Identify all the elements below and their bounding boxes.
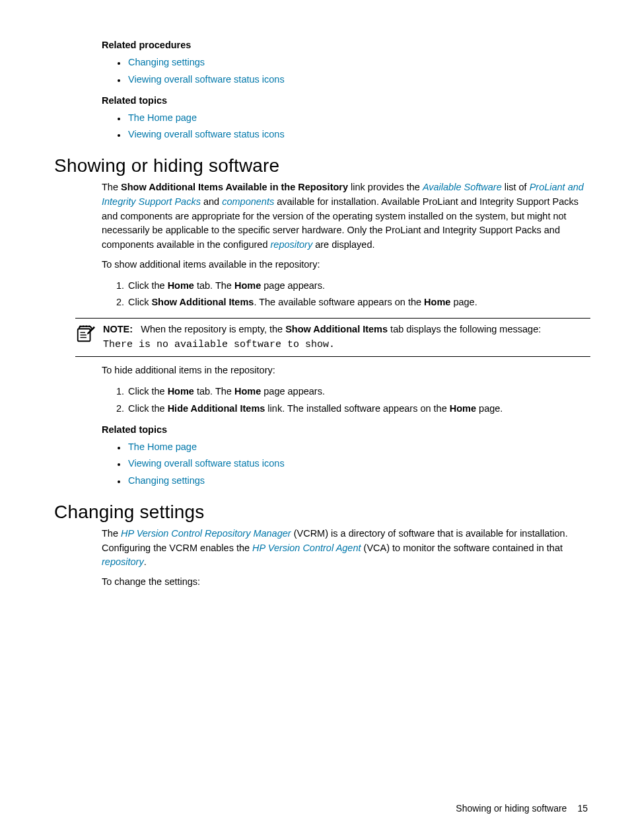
related-topics-heading: Related topics: [102, 95, 590, 106]
link-viewing-status-icons[interactable]: Viewing overall software status icons: [128, 129, 285, 139]
section1-para1: The Show Additional Items Available in t…: [102, 180, 590, 252]
step-item: Click the Hide Additional Items link. Th…: [127, 401, 590, 418]
glossary-link-vca[interactable]: HP Version Control Agent: [252, 543, 361, 553]
link-viewing-status-icons[interactable]: Viewing overall software status icons: [128, 458, 285, 469]
list-item: The Home page: [127, 439, 590, 456]
link-home-page[interactable]: The Home page: [128, 441, 197, 452]
text: and: [201, 196, 222, 207]
show-steps-list: Click the Home tab. The Home page appear…: [102, 278, 590, 312]
text: . The available software appears on the: [254, 297, 424, 307]
section-title-changing-settings: Changing settings: [54, 502, 590, 523]
note-label: NOTE:: [103, 324, 133, 334]
glossary-link-components[interactable]: components: [222, 196, 274, 207]
step-item: Click the Home tab. The Home page appear…: [127, 383, 590, 401]
svg-point-4: [88, 326, 90, 327]
link-home-page[interactable]: The Home page: [128, 112, 197, 123]
page-number: 15: [577, 803, 588, 814]
note-message: There is no available software to show.: [103, 339, 335, 350]
section1-para2: To show additional items available in th…: [102, 258, 590, 272]
text: Click: [128, 297, 151, 307]
text: page.: [450, 297, 477, 307]
page-footer: Showing or hiding software15: [456, 803, 588, 814]
related-procedures-heading: Related procedures: [102, 40, 590, 50]
text: .: [144, 556, 147, 567]
text-bold: Home: [168, 280, 194, 291]
related-topics-heading: Related topics: [102, 424, 590, 435]
section1-para3: To hide additional items in the reposito…: [102, 363, 590, 378]
text: (VCA) to monitor the software contained …: [361, 543, 563, 553]
text-bold: Home: [168, 386, 194, 397]
text: page.: [476, 403, 503, 414]
text: are displayed.: [312, 239, 374, 250]
glossary-link-repository[interactable]: repository: [271, 239, 313, 250]
related-procedures-list: Changing settings Viewing overall softwa…: [102, 54, 590, 89]
hide-steps-list: Click the Home tab. The Home page appear…: [102, 383, 590, 418]
link-changing-settings[interactable]: Changing settings: [128, 475, 205, 486]
list-item: Viewing overall software status icons: [127, 71, 590, 89]
glossary-link-available-software[interactable]: Available Software: [423, 182, 502, 192]
text: link provides the: [348, 182, 423, 192]
text: page appears.: [261, 280, 325, 291]
note-icon: [75, 324, 95, 346]
svg-point-3: [86, 326, 87, 327]
related-topics-list-2: The Home page Viewing overall software s…: [102, 439, 590, 490]
text-bold: Home: [424, 297, 450, 307]
link-changing-settings[interactable]: Changing settings: [128, 57, 205, 67]
text-bold: Show Additional Items: [151, 297, 254, 307]
text-bold: Hide Additional Items: [168, 403, 265, 414]
text-bold: Home: [450, 403, 476, 414]
text-bold: Show Additional Items Available in the R…: [121, 182, 348, 192]
section2-para1: The HP Version Control Repository Manage…: [102, 527, 590, 570]
step-item: Click Show Additional Items. The availab…: [127, 294, 590, 311]
note-text-bold: Show Additional Items: [285, 324, 388, 334]
svg-point-1: [79, 326, 81, 327]
text: list of: [502, 182, 530, 192]
note-text: When the repository is empty, the: [141, 324, 285, 334]
section2-para2: To change the settings:: [102, 575, 590, 590]
text: page appears.: [261, 386, 325, 397]
text: Click the: [128, 403, 168, 414]
section-title-showing-hiding: Showing or hiding software: [54, 155, 590, 176]
glossary-link-vcrm[interactable]: HP Version Control Repository Manager: [121, 528, 291, 539]
text: tab. The: [194, 386, 234, 397]
list-item: Changing settings: [127, 54, 590, 71]
step-item: Click the Home tab. The Home page appear…: [127, 278, 590, 295]
related-topics-list: The Home page Viewing overall software s…: [102, 110, 590, 144]
text-bold: Home: [234, 280, 261, 291]
text: The: [102, 182, 121, 192]
text: link. The installed software appears on …: [265, 403, 449, 414]
text: Click the: [128, 280, 168, 291]
list-item: Viewing overall software status icons: [127, 455, 590, 473]
glossary-link-repository[interactable]: repository: [102, 556, 144, 567]
list-item: The Home page: [127, 110, 590, 127]
text-bold: Home: [234, 386, 261, 397]
link-viewing-status-icons[interactable]: Viewing overall software status icons: [128, 74, 285, 85]
text: Click the: [128, 386, 168, 397]
footer-text: Showing or hiding software: [456, 803, 567, 814]
list-item: Changing settings: [127, 473, 590, 490]
svg-point-2: [83, 326, 84, 327]
note-text: tab displays the following message:: [388, 324, 541, 334]
note-block: NOTE: When the repository is empty, the …: [75, 318, 590, 357]
list-item: Viewing overall software status icons: [127, 126, 590, 143]
text: tab. The: [194, 280, 234, 291]
text: The: [102, 528, 121, 539]
